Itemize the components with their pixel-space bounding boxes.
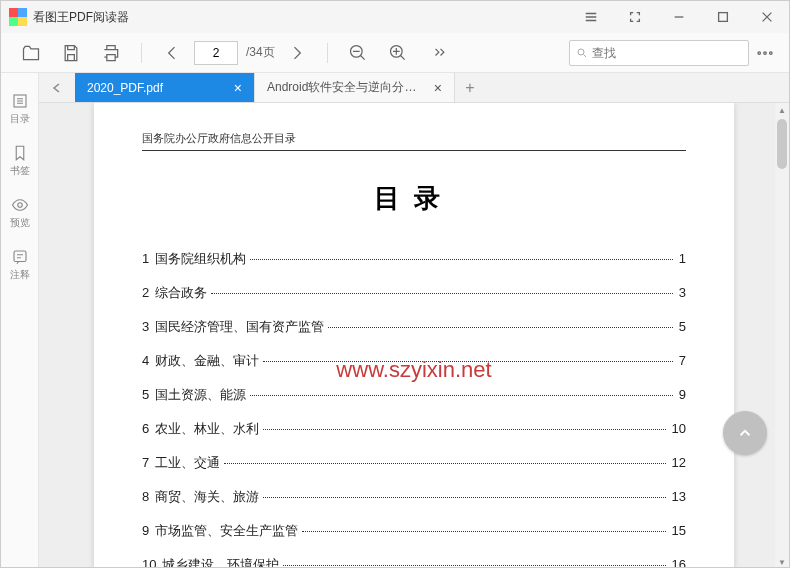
doc-title: 目录 xyxy=(142,181,686,216)
svg-point-4 xyxy=(758,51,761,54)
svg-point-3 xyxy=(578,49,584,55)
tabbar: 2020_PDF.pdf × Android软件安全与逆向分析.pc × + xyxy=(39,73,789,103)
sidebar: 目录 书签 预览 注释 xyxy=(1,73,39,568)
scroll-top-button[interactable] xyxy=(723,411,767,455)
doc-header: 国务院办公厅政府信息公开目录 xyxy=(142,131,686,151)
app-title: 看图王PDF阅读器 xyxy=(33,9,129,26)
toc-item: 4财政、金融、审计7 xyxy=(142,352,686,370)
toc-item: 7工业、交通12 xyxy=(142,454,686,472)
fullscreen-button[interactable] xyxy=(613,1,657,33)
prev-page-button[interactable] xyxy=(154,37,190,69)
menu-button[interactable] xyxy=(569,1,613,33)
content: 国务院办公厅政府信息公开目录 目录 1国务院组织机构12综合政务33国民经济管理… xyxy=(39,103,789,568)
svg-point-6 xyxy=(770,51,773,54)
sidebar-item-toc[interactable]: 目录 xyxy=(1,83,39,135)
app-logo xyxy=(9,8,27,26)
toc-item: 6农业、林业、水利10 xyxy=(142,420,686,438)
toc-item: 1国务院组织机构1 xyxy=(142,250,686,268)
new-tab-button[interactable]: + xyxy=(455,73,485,102)
sidebar-item-preview[interactable]: 预览 xyxy=(1,187,39,239)
tab-inactive[interactable]: Android软件安全与逆向分析.pc × xyxy=(255,73,455,102)
toc-item: 9市场监管、安全生产监管15 xyxy=(142,522,686,540)
svg-rect-9 xyxy=(14,251,26,262)
viewer[interactable]: 国务院办公厅政府信息公开目录 目录 1国务院组织机构12综合政务33国民经济管理… xyxy=(39,103,789,568)
toc-item: 10城乡建设、环境保护16 xyxy=(142,556,686,568)
search-icon xyxy=(576,46,588,60)
open-button[interactable] xyxy=(13,37,49,69)
maximize-button[interactable] xyxy=(701,1,745,33)
svg-point-5 xyxy=(764,51,767,54)
search-box[interactable] xyxy=(569,40,749,66)
scroll-down-arrow[interactable]: ▼ xyxy=(775,555,789,568)
save-button[interactable] xyxy=(53,37,89,69)
main: 目录 书签 预览 注释 2020_PDF.pdf × Android软件安全与逆… xyxy=(1,73,789,568)
close-button[interactable] xyxy=(745,1,789,33)
sidebar-item-annotations[interactable]: 注释 xyxy=(1,239,39,291)
page-input[interactable] xyxy=(194,41,238,65)
scroll-up-arrow[interactable]: ▲ xyxy=(775,103,789,117)
zoom-out-button[interactable] xyxy=(340,37,376,69)
tab-active[interactable]: 2020_PDF.pdf × xyxy=(75,73,255,102)
toolbar-more-button[interactable] xyxy=(753,37,777,69)
tab-close-icon[interactable]: × xyxy=(426,80,442,96)
print-button[interactable] xyxy=(93,37,129,69)
more-button[interactable] xyxy=(420,37,456,69)
toc-item: 3国民经济管理、国有资产监管5 xyxy=(142,318,686,336)
scrollbar-thumb[interactable] xyxy=(777,119,787,169)
search-input[interactable] xyxy=(592,46,742,60)
titlebar: 看图王PDF阅读器 xyxy=(1,1,789,33)
pdf-page: 国务院办公厅政府信息公开目录 目录 1国务院组织机构12综合政务33国民经济管理… xyxy=(94,103,734,568)
next-page-button[interactable] xyxy=(279,37,315,69)
separator xyxy=(141,43,142,63)
toolbar: /34页 xyxy=(1,33,789,73)
toc-item: 2综合政务3 xyxy=(142,284,686,302)
svg-rect-0 xyxy=(719,13,728,22)
toc-item: 5国土资源、能源9 xyxy=(142,386,686,404)
zoom-in-button[interactable] xyxy=(380,37,416,69)
toc-item: 8商贸、海关、旅游13 xyxy=(142,488,686,506)
tab-scroll-left[interactable] xyxy=(39,73,75,102)
window-controls xyxy=(569,1,789,33)
vertical-scrollbar[interactable]: ▲ ▼ xyxy=(775,103,789,568)
svg-point-8 xyxy=(17,203,22,208)
page-total: /34页 xyxy=(246,44,275,61)
sidebar-item-bookmarks[interactable]: 书签 xyxy=(1,135,39,187)
tab-close-icon[interactable]: × xyxy=(226,80,242,96)
minimize-button[interactable] xyxy=(657,1,701,33)
separator xyxy=(327,43,328,63)
